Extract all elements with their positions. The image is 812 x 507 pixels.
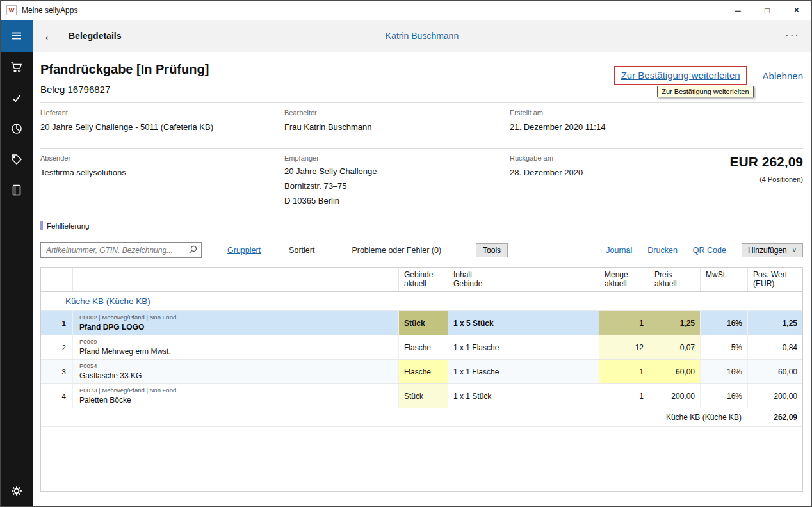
sorted-link[interactable]: Sortiert [289,246,314,255]
inhalt-cell: 1 x 1 Flasche [448,335,599,359]
article-name: Gasflasche 33 KG [79,371,142,380]
minimize-button[interactable]: ─ [723,1,752,20]
search-input[interactable] [40,242,202,258]
field-value-line: Bornitzstr. 73–75 [284,181,510,191]
sidebar-item-journal[interactable] [1,175,33,205]
more-options-button[interactable]: ··· [785,29,800,42]
qr-code-link[interactable]: QR Code [693,246,726,255]
gebinde-cell: Stück [399,384,448,408]
positions-count: (4 Positionen) [730,175,803,183]
gebinde-cell: Flasche [399,360,448,383]
tag-label: Fehllieferung [47,222,89,230]
app-icon: W [6,5,17,15]
gebinde-cell: Stück [399,311,448,335]
app-window: W Meine sellyApps ─ □ × [0,0,812,507]
menu-button[interactable] [1,20,33,52]
current-user-link[interactable]: Katrin Buschmann [386,31,459,41]
article-cell: P0054 Gasflasche 33 KG [73,360,399,383]
window-title: Meine sellyApps [22,6,77,15]
pie-chart-icon [10,122,23,135]
page-title: Belegdetails [69,31,121,41]
article-meta: P0054 [79,362,97,369]
article-meta: P0002 | Mehrweg/Pfand | Non Food [79,314,176,321]
article-name: Pfand DPG LOGO [79,323,144,332]
reject-link[interactable]: Ablehnen [763,70,803,81]
table-row[interactable]: 1 P0002 | Mehrweg/Pfand | Non Food Pfand… [41,311,802,335]
group-footer-total: 262,09 [748,408,802,426]
menge-cell: 1 [599,384,649,408]
forward-button-focus-ring: Zur Bestätigung weiterleiten Zur Bestäti… [614,66,747,85]
back-button[interactable]: ← [43,29,56,42]
field-absender: Absender Testfirma sellysolutions [40,154,284,211]
article-meta: P0073 | Mehrweg/Pfand | Non Food [79,387,176,394]
settings-button[interactable] [1,476,33,506]
group-footer-label: Küche KB (Küche KB) [41,408,748,426]
journal-link[interactable]: Journal [606,246,632,255]
chevron-down-icon: ∨ [792,246,797,254]
document-title: Pfandrückgabe [In Prüfung] [40,62,209,77]
close-button[interactable]: × [782,1,811,20]
row-number: 4 [41,384,73,408]
search-icon [188,245,198,255]
field-label: Empfänger [284,154,510,162]
column-header-gebinde: Gebinde aktuell [399,268,448,291]
sidebar-item-prices[interactable] [1,144,33,175]
field-value: 28. Dezember 2020 [510,168,583,177]
column-header-preis: Preis aktuell [649,268,701,291]
window-titlebar: W Meine sellyApps ─ □ × [1,1,811,20]
article-cell: P0009 Pfand Mehrweg erm Mwst. [73,335,399,359]
page-header: ← Belegdetails Katrin Buschmann ··· [33,20,811,52]
preis-cell: 200,00 [649,384,701,408]
field-value: 20 Jahre Selly Challenge - 5011 (Cafeter… [40,122,213,132]
total-amount: EUR 262,09 [730,154,803,170]
article-cell: P0002 | Mehrweg/Pfand | Non Food Pfand D… [73,311,399,335]
maximize-button[interactable]: □ [752,1,782,20]
field-label: Rückgabe am [510,154,663,162]
hamburger-icon [10,29,23,42]
table-row[interactable]: 2 P0009 Pfand Mehrweg erm Mwst. Flasche … [41,335,802,360]
inhalt-cell: 1 x 1 Flasche [448,360,599,383]
sidebar-item-check[interactable] [1,83,33,113]
wert-cell: 200,00 [748,384,802,408]
print-link[interactable]: Drucken [647,246,678,255]
document-total: EUR 262,09 (4 Positionen) [730,154,803,211]
gebinde-cell: Flasche [399,335,448,359]
field-label: Erstellt am [510,109,803,117]
tools-button[interactable]: Tools [476,243,508,257]
inhalt-cell: 1 x 5 Stück [448,311,599,335]
book-icon [10,184,23,197]
menge-cell: 1 [599,311,649,335]
table-header-row: Gebinde aktuell Inhalt Gebinde Menge akt… [41,268,802,292]
mwst-cell: 16% [701,360,748,383]
document-tag: Fehllieferung [40,221,803,230]
table-row[interactable]: 3 P0054 Gasflasche 33 KG Flasche 1 x 1 F… [41,360,802,384]
table-empty-area [41,427,802,491]
article-cell: P0073 | Mehrweg/Pfand | Non Food Palette… [73,384,399,408]
column-header-mwst: MwSt. [701,268,748,291]
field-label: Absender [40,154,284,162]
sidebar-item-statistics[interactable] [1,113,33,144]
table-row[interactable]: 4 P0073 | Mehrweg/Pfand | Non Food Palet… [41,384,802,408]
column-header-menge: Menge aktuell [599,268,649,291]
document-number: Beleg 16796827 [40,84,209,95]
forward-for-confirmation-link[interactable]: Zur Bestätigung weiterleiten [621,70,740,81]
preis-cell: 0,07 [649,335,701,359]
field-lieferant: Lieferant 20 Jahre Selly Challenge - 501… [40,109,284,133]
problems-link[interactable]: Probleme oder Fehler (0) [352,246,441,255]
add-button[interactable]: Hinzufügen ∨ [742,243,803,257]
table-toolbar: Gruppiert Sortiert Probleme oder Fehler … [40,242,803,258]
preis-cell: 1,25 [649,311,701,335]
field-value: 21. Dezember 2020 11:14 [510,122,605,132]
mwst-cell: 16% [701,311,748,335]
preis-cell: 60,00 [649,360,701,383]
field-value-line: 20 Jahre Selly Challenge [284,166,510,176]
sidebar [1,20,33,506]
grouped-link[interactable]: Gruppiert [227,246,261,255]
sidebar-item-cart[interactable] [1,52,33,83]
wert-cell: 60,00 [748,360,802,383]
field-label: Bearbeiter [284,109,510,117]
forward-tooltip: Zur Bestätigung weiterleiten [657,86,753,97]
column-header-inhalt: Inhalt Gebinde [448,268,599,291]
field-value-line: D 10365 Berlin [284,196,510,205]
inhalt-cell: 1 x 1 Stück [448,384,599,408]
